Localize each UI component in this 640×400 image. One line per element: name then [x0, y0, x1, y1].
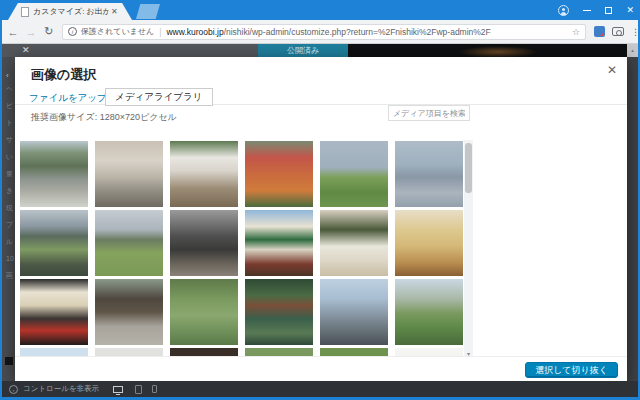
- sidebar-text-fragments: ヘ ビ ト サ い 量 き 現 プ ル 10 画: [2, 80, 16, 284]
- scrollbar-thumb[interactable]: [465, 143, 472, 193]
- address-bar[interactable]: i 保護されていません | www.kuroobi.jp/nishiki/wp-…: [62, 24, 586, 40]
- url-path: /nishiki/wp-admin/customize.php?return=%…: [224, 27, 491, 37]
- media-thumbnail-tempura[interactable]: [395, 210, 463, 276]
- sidebar-color-swatch: [5, 357, 13, 365]
- customizer-footer-bar: ‹ コントロールを非表示: [2, 381, 638, 397]
- media-thumbnail-field-hill[interactable]: [95, 210, 163, 276]
- browser-toolbar: ← → ↻ i 保護されていません | www.kuroobi.jp/nishi…: [0, 20, 640, 44]
- browser-titlebar: カスタマイズ: お出かけ日記… ✕ ✕: [0, 0, 640, 20]
- security-status: 保護されていません: [81, 26, 154, 37]
- sidebar-back-icon: ‹: [2, 57, 16, 80]
- media-thumbnail-grassy-hill[interactable]: [320, 141, 388, 207]
- media-thumbnail-garden-spring[interactable]: [245, 279, 313, 345]
- media-thumbnail-wooden-building[interactable]: [95, 279, 163, 345]
- media-thumbnail-ropeway-station[interactable]: [245, 210, 313, 276]
- recommended-size-hint: 推奨画像サイズ: 1280×720ピクセル: [31, 111, 177, 124]
- media-search-input[interactable]: [388, 105, 470, 121]
- media-thumbnail-partial-sky[interactable]: [20, 348, 88, 356]
- select-and-crop-button[interactable]: 選択して切り抜く: [525, 362, 618, 378]
- media-thumbnail-partial-grey[interactable]: [95, 348, 163, 356]
- media-router: ファイルをアップロード メディアライブラリ: [15, 88, 627, 105]
- media-thumbnail-grassland[interactable]: [20, 210, 88, 276]
- media-thumbnail-partial-green-1[interactable]: [245, 348, 313, 356]
- media-thumbnail-suspension-bridge[interactable]: [320, 279, 388, 345]
- media-thumbnail-crater-smoke[interactable]: [170, 210, 238, 276]
- extension-icon[interactable]: [594, 26, 605, 37]
- media-grid: [20, 141, 463, 356]
- back-icon[interactable]: ←: [4, 26, 22, 38]
- device-desktop-icon[interactable]: [113, 386, 123, 393]
- omnibox-separator: |: [159, 27, 161, 37]
- profile-icon[interactable]: [558, 5, 569, 16]
- publish-button: 公開済み: [258, 44, 348, 58]
- browser-window: カスタマイズ: お出かけ日記… ✕ ✕ ← → ↻ i 保護されていません | …: [0, 0, 640, 400]
- media-thumbnail-steaming-rocks[interactable]: [170, 141, 238, 207]
- new-tab-button[interactable]: [136, 4, 160, 19]
- forward-icon[interactable]: →: [22, 26, 40, 38]
- media-thumbnail-soba-meal[interactable]: [20, 279, 88, 345]
- customizer-close-icon: ✕: [22, 44, 30, 57]
- browser-tab[interactable]: カスタマイズ: お出かけ日記… ✕: [8, 3, 132, 20]
- refresh-icon[interactable]: ↻: [40, 25, 58, 38]
- minimize-button[interactable]: [583, 10, 591, 11]
- window-close-button[interactable]: ✕: [626, 0, 634, 20]
- hide-controls-label[interactable]: コントロールを非表示: [23, 384, 99, 394]
- tab-close-icon[interactable]: ✕: [111, 7, 118, 16]
- device-phone-icon[interactable]: [152, 385, 157, 393]
- preview-photo-dimmed: [348, 44, 627, 58]
- collapse-controls-icon[interactable]: ‹: [9, 385, 18, 394]
- media-thumbnail-street-scene[interactable]: [20, 141, 88, 207]
- page-scrollbar-dimmed[interactable]: ▴: [627, 44, 638, 381]
- device-tablet-icon[interactable]: [135, 385, 142, 394]
- tab-title: カスタマイズ: お出かけ日記…: [33, 6, 109, 17]
- modal-close-icon[interactable]: ✕: [607, 63, 617, 77]
- bookmark-star-icon[interactable]: ☆: [572, 27, 580, 37]
- media-thumbnail-mud-pools[interactable]: [95, 141, 163, 207]
- window-border-left: [0, 20, 2, 400]
- media-thumbnail-partial-white[interactable]: [395, 348, 463, 356]
- scrollbar-up-icon[interactable]: ▴: [627, 44, 638, 57]
- url-domain: www.kuroobi.jp: [166, 27, 223, 37]
- media-thumbnail-red-pond[interactable]: [245, 141, 313, 207]
- media-thumbnail-rice-seaweed[interactable]: [320, 210, 388, 276]
- maximize-button[interactable]: [605, 7, 612, 14]
- media-thumbnail-ash-plume[interactable]: [395, 141, 463, 207]
- modal-footer: 選択して切り抜く: [15, 356, 627, 381]
- page-info-icon[interactable]: i: [68, 27, 77, 36]
- media-grid-scrollbar[interactable]: ▾: [464, 140, 473, 358]
- tab-media-library[interactable]: メディアライブラリ: [105, 88, 213, 106]
- customizer-sidebar-dimmed: ‹ ヘ ビ ト サ い 量 き 現 プ ル 10 画: [2, 57, 16, 381]
- media-thumbnail-green-pond[interactable]: [170, 279, 238, 345]
- media-thumbnail-partial-green-2[interactable]: [320, 348, 388, 356]
- media-thumbnail-forest-valley[interactable]: [395, 279, 463, 345]
- media-thumbnail-partial-dark[interactable]: [170, 348, 238, 356]
- modal-title: 画像の選択: [31, 66, 96, 84]
- media-select-modal: 画像の選択 ✕ ファイルをアップロード メディアライブラリ 推奨画像サイズ: 1…: [15, 57, 627, 381]
- url-text: www.kuroobi.jp/nishiki/wp-admin/customiz…: [166, 27, 568, 37]
- camera-extension-icon[interactable]: [612, 27, 624, 36]
- favicon-icon: [21, 7, 29, 17]
